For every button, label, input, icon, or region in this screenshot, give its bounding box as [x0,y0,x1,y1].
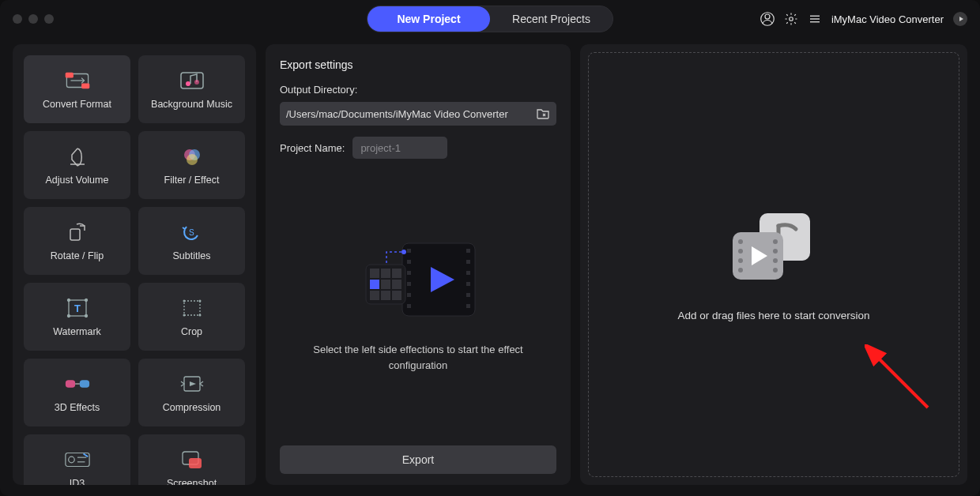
svg-point-64 [401,250,406,254]
tool-3d-effects[interactable]: 3D Effects [24,359,130,426]
tools-panel: Convert Format Background Music Adjust V… [13,44,256,485]
svg-rect-62 [392,291,401,300]
tab-recent-projects[interactable]: Recent Projects [490,6,612,32]
tool-label: Compression [163,402,221,413]
output-directory-field[interactable]: /Users/mac/Documents/iMyMac Video Conver… [280,102,556,126]
tool-label: ID3 [70,478,85,485]
svg-text:T: T [74,302,81,314]
svg-rect-51 [466,293,470,297]
account-icon[interactable] [760,12,775,26]
svg-point-70 [738,268,743,272]
effect-placeholder-illustration [355,231,481,326]
output-directory-value: /Users/mac/Documents/iMyMac Video Conver… [286,108,536,120]
svg-point-21 [85,299,87,302]
svg-rect-43 [407,271,411,275]
svg-point-68 [738,249,743,254]
svg-rect-42 [407,260,411,264]
svg-point-27 [183,314,185,317]
svg-rect-46 [407,304,411,308]
close-window-dot[interactable] [13,14,22,24]
glasses-icon [64,372,91,396]
svg-rect-63 [370,280,379,289]
export-button[interactable]: Export [280,445,556,474]
volume-icon [64,145,91,168]
maximize-window-dot[interactable] [44,14,54,24]
svg-point-35 [68,457,74,463]
svg-point-22 [67,315,70,318]
drop-zone-text: Add or drag files here to start conversi… [677,310,869,321]
project-name-input[interactable] [352,137,447,159]
svg-rect-48 [466,260,470,264]
svg-rect-52 [466,304,470,308]
subtitles-icon: S [179,220,205,244]
tool-convert-format[interactable]: Convert Format [24,55,130,123]
tool-background-music[interactable]: Background Music [138,55,245,123]
tool-rotate-flip[interactable]: Rotate / Flip [24,207,130,275]
tool-screenshot[interactable]: Screenshot [138,434,245,485]
tool-label: Watermark [53,326,101,337]
screenshot-icon [179,448,205,472]
svg-rect-7 [65,73,73,78]
svg-rect-45 [407,293,411,297]
music-icon [179,69,205,92]
tool-label: Convert Format [43,99,111,110]
svg-point-23 [85,315,87,318]
tool-filter-effect[interactable]: Filter / Effect [138,131,245,199]
crop-icon [179,296,205,320]
window-controls[interactable] [13,14,54,24]
watermark-icon: T [64,296,91,320]
svg-rect-61 [381,291,390,300]
svg-point-69 [738,258,743,263]
svg-rect-58 [381,280,390,289]
tool-crop[interactable]: Crop [138,283,245,351]
rotate-icon [64,220,91,244]
tool-label: Crop [181,326,202,337]
svg-rect-47 [466,249,470,253]
svg-rect-50 [466,282,470,286]
svg-rect-54 [370,269,379,278]
svg-point-73 [773,258,778,263]
settings-icon[interactable] [784,12,798,26]
menu-icon[interactable] [808,12,822,26]
tool-subtitles[interactable]: S Subtitles [138,207,245,275]
svg-point-26 [198,300,201,302]
svg-rect-29 [65,380,74,387]
svg-point-71 [773,239,778,244]
tab-new-project[interactable]: New Project [368,6,490,32]
tool-watermark[interactable]: T Watermark [24,283,130,351]
tool-label: Filter / Effect [164,175,220,186]
svg-rect-8 [81,83,89,88]
effect-hint-text: Select the left side effections to start… [280,342,556,373]
svg-point-72 [773,249,778,254]
svg-rect-30 [79,380,89,387]
browse-folder-icon[interactable] [536,107,550,120]
tool-id3[interactable]: ID3 [24,434,130,485]
tool-label: 3D Effects [55,402,100,413]
svg-marker-33 [190,381,196,386]
id3-icon [64,448,91,472]
svg-point-2 [790,17,793,21]
tool-label: Rotate / Flip [51,250,104,261]
export-heading: Export settings [280,58,556,71]
tool-adjust-volume[interactable]: Adjust Volume [24,131,130,199]
svg-rect-60 [370,291,379,300]
svg-rect-49 [466,271,470,275]
tool-compression[interactable]: Compression [138,359,245,426]
svg-rect-56 [392,269,401,278]
minimize-window-dot[interactable] [28,14,38,24]
svg-point-67 [738,239,743,244]
svg-point-20 [67,299,70,302]
svg-point-25 [183,300,185,302]
tool-label: Background Music [151,99,232,110]
svg-rect-55 [381,269,390,278]
compression-icon [179,372,205,396]
filter-icon [179,145,205,168]
drop-panel: Add or drag files here to start conversi… [580,44,967,485]
svg-rect-41 [407,249,411,253]
file-drop-zone[interactable]: Add or drag files here to start conversi… [588,52,959,477]
svg-rect-39 [189,458,202,468]
tool-label: Adjust Volume [46,175,109,186]
play-badge-icon[interactable] [953,12,967,26]
svg-text:S: S [189,228,194,237]
svg-point-15 [187,154,198,165]
